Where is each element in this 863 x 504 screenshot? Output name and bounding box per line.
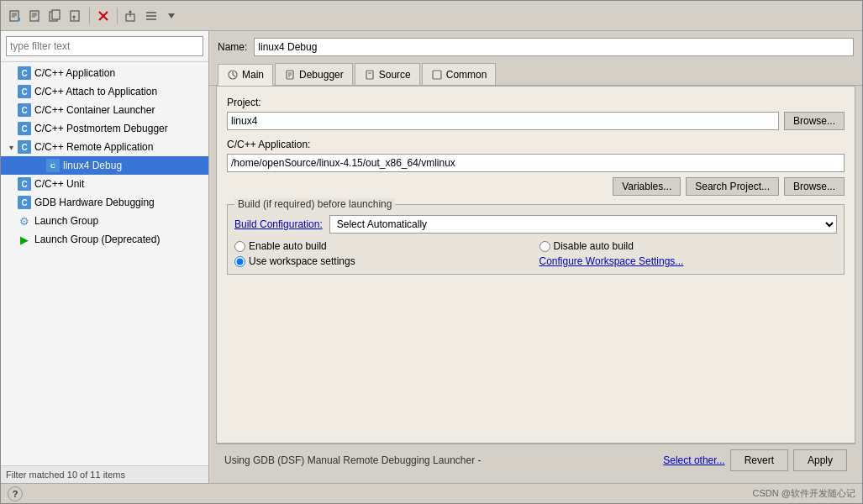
tree-item-label: Launch Group (Deprecated)	[34, 234, 160, 245]
enable-auto-build-label: Enable auto build	[249, 240, 327, 252]
use-workspace-radio[interactable]	[234, 256, 245, 267]
source-tab-icon	[364, 69, 376, 81]
configure-workspace-link[interactable]: Configure Workspace Settings...	[539, 255, 684, 267]
variables-button[interactable]: Variables...	[613, 177, 681, 196]
app-browse-button[interactable]: Browse...	[784, 177, 845, 196]
tabs-container: Main Debugger Source Common	[209, 63, 862, 86]
common-tab-icon	[431, 69, 443, 81]
export-button[interactable]	[122, 7, 140, 25]
filter-input[interactable]	[6, 36, 203, 56]
tree-item-cpp-postmortem[interactable]: C C/C++ Postmortem Debugger	[1, 119, 208, 138]
radio-grid: Enable auto build Disable auto build Use…	[234, 240, 837, 267]
filter-count: 10	[67, 470, 77, 480]
tree-item-cpp-unit[interactable]: C C/C++ Unit	[1, 175, 208, 193]
delete-button[interactable]	[94, 7, 113, 25]
expand-icon	[6, 123, 16, 134]
tree-item-gdb-hardware[interactable]: C GDB Hardware Debugging	[1, 193, 208, 212]
tree-item-label: C/C++ Unit	[34, 178, 84, 190]
build-config-row: Build Configuration: Select Automaticall…	[234, 215, 837, 234]
tree-item-label: GDB Hardware Debugging	[34, 197, 155, 208]
collapse-button[interactable]	[142, 7, 160, 25]
tree-item-label: Launch Group	[34, 215, 98, 227]
duplicate-button[interactable]	[46, 7, 65, 25]
toolbar: +	[1, 1, 862, 31]
filter-items: items	[103, 470, 125, 480]
name-row: Name:	[209, 31, 862, 63]
app-footer: ? CSDN @软件开发随心记	[1, 483, 862, 503]
tab-main-label: Main	[242, 69, 264, 81]
select-other-link[interactable]: Select other...	[663, 454, 724, 466]
tab-source-label: Source	[379, 69, 411, 81]
tree-item-label: C/C++ Remote Application	[34, 141, 153, 153]
name-label: Name:	[218, 41, 247, 53]
c-icon: C	[18, 122, 31, 135]
disable-auto-build-radio[interactable]	[539, 241, 550, 252]
c-icon-small: C	[46, 159, 60, 172]
tree-item-linux4-debug[interactable]: C linux4 Debug	[1, 156, 208, 175]
svg-rect-31	[366, 71, 373, 79]
tree-item-cpp-attach[interactable]: C C/C++ Attach to Application	[1, 82, 208, 101]
tab-debugger[interactable]: Debugger	[275, 63, 353, 85]
enable-auto-build-item: Enable auto build	[234, 240, 533, 252]
toolbar-separator-2	[117, 8, 118, 24]
build-section-title: Build (if required) before launching	[234, 198, 395, 210]
project-browse-button[interactable]: Browse...	[784, 112, 845, 130]
disable-auto-build-label: Disable auto build	[554, 240, 634, 252]
expand-icon	[6, 179, 16, 189]
app-button-row: Variables... Search Project... Browse...	[227, 177, 845, 196]
left-footer: Filter matched 10 of 11 items	[1, 465, 208, 483]
svg-marker-19	[129, 10, 132, 13]
tree-item-cpp-container[interactable]: C C/C++ Container Launcher	[1, 101, 208, 119]
app-group: C/C++ Application: Variables... Search P…	[227, 139, 845, 196]
c-icon: C	[18, 177, 31, 191]
project-group: Project: Browse...	[227, 97, 845, 130]
project-label: Project:	[227, 97, 845, 108]
c-icon: C	[18, 66, 31, 80]
project-input[interactable]	[227, 112, 779, 130]
expand-icon	[6, 87, 16, 97]
main-window: +	[0, 0, 863, 504]
footer-brand: CSDN @软件开发随心记	[753, 487, 855, 500]
launcher-text: Using GDB (DSF) Manual Remote Debugging …	[224, 454, 658, 466]
apply-button[interactable]: Apply	[793, 449, 847, 471]
disable-auto-build-item: Disable auto build	[539, 240, 838, 252]
svg-rect-0	[10, 11, 18, 21]
enable-auto-build-radio[interactable]	[234, 241, 245, 252]
c-icon: C	[18, 85, 31, 98]
search-project-button[interactable]: Search Project...	[686, 177, 779, 196]
tab-main[interactable]: Main	[218, 64, 273, 86]
svg-marker-23	[168, 13, 175, 18]
build-config-select[interactable]: Select Automatically	[329, 215, 837, 234]
expand-icon	[6, 216, 16, 226]
menu-button[interactable]	[162, 7, 181, 25]
expand-icon	[34, 160, 45, 171]
help-button[interactable]: ?	[8, 486, 23, 501]
expand-icon: ▾	[6, 142, 16, 152]
right-panel: Name: Main Debugger Source	[209, 31, 862, 483]
expand-icon	[6, 68, 16, 78]
tab-common[interactable]: Common	[422, 63, 497, 85]
build-config-link[interactable]: Build Configuration:	[234, 218, 323, 230]
svg-marker-4	[18, 18, 20, 21]
tree-item-cpp-app[interactable]: C C/C++ Application	[1, 64, 208, 82]
c-icon: C	[18, 103, 31, 117]
filter-of: of	[80, 470, 87, 480]
tab-debugger-label: Debugger	[299, 69, 344, 81]
content-area: C C/C++ Application C C/C++ Attach to Ap…	[1, 31, 862, 483]
tab-source[interactable]: Source	[355, 63, 420, 85]
expand-icon	[6, 105, 16, 115]
new-config-alt-button[interactable]: +	[26, 7, 45, 25]
name-input[interactable]	[254, 38, 854, 56]
tree-item-cpp-remote[interactable]: ▾ C C/C++ Remote Application	[1, 138, 208, 156]
import-button[interactable]	[66, 7, 85, 25]
c-icon: C	[18, 196, 31, 209]
svg-rect-11	[52, 10, 60, 19]
tree-item-launch-group-dep[interactable]: ▶ Launch Group (Deprecated)	[1, 230, 208, 249]
use-workspace-item: Use workspace settings	[234, 255, 533, 267]
app-input[interactable]	[227, 154, 845, 172]
revert-button[interactable]: Revert	[730, 449, 788, 471]
svg-text:+: +	[36, 16, 40, 23]
tree-item-label: C/C++ Container Launcher	[34, 104, 155, 116]
new-config-button[interactable]	[6, 7, 24, 25]
tree-item-launch-group[interactable]: ⚙ Launch Group	[1, 212, 208, 230]
